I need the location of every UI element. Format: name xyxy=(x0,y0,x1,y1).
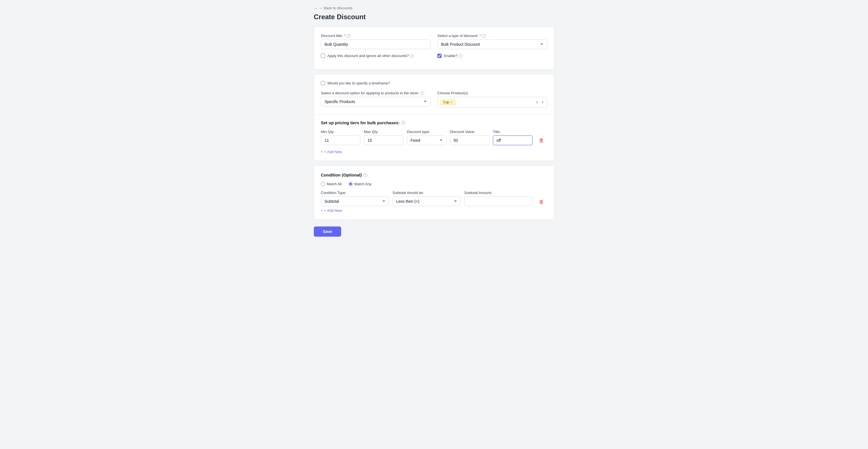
add-new-tier-label: + Add New xyxy=(324,150,342,154)
add-new-tier-icon: + xyxy=(321,150,323,154)
apply-ignore-info-icon: ? xyxy=(410,54,414,58)
clear-products-button[interactable]: ✕ xyxy=(535,100,539,104)
discount-info-card: Discount title: * ? Select a type of dis… xyxy=(314,27,554,69)
timeframe-checkbox[interactable] xyxy=(321,81,325,85)
tag-close-cap-icon[interactable]: ✕ xyxy=(451,100,453,104)
choose-products-label: Choose Product(s) xyxy=(437,91,547,95)
delete-tier-button[interactable]: 🗑 xyxy=(536,137,547,145)
save-button-label: Save xyxy=(323,229,332,234)
match-all-radio[interactable] xyxy=(321,182,325,186)
match-any-option[interactable]: Match Any xyxy=(348,182,372,186)
match-options: Match All Match Any xyxy=(321,182,547,186)
expand-products-button[interactable]: ▾ xyxy=(541,100,544,104)
discount-title-group: Discount title: * ? xyxy=(321,34,431,49)
product-select-actions: ✕ ▾ xyxy=(535,100,544,104)
enable-info-icon: ? xyxy=(459,54,463,58)
discount-type-label: Select a type of discount: * ? xyxy=(437,34,547,38)
subtotal-amount-input[interactable] xyxy=(464,197,532,206)
discount-option-select[interactable]: Specific Products All Products Specific … xyxy=(321,97,431,107)
pricing-tiers-section-title: Set up pricing tiers for bulk purchases:… xyxy=(321,120,547,125)
back-link-text: ← Back to discounts xyxy=(319,6,353,10)
product-tag-cap: Cap ✕ xyxy=(440,99,456,105)
discount-type-group: Select a type of discount: * ? Bulk Prod… xyxy=(437,34,547,49)
pricing-tiers-info-icon: ? xyxy=(401,121,405,125)
save-button[interactable]: Save xyxy=(314,227,341,237)
product-pricing-card: Would you like to specify a timeframe? S… xyxy=(314,74,554,161)
pricing-tiers-header: Min Qty: Max Qty: Discount type: Discoun… xyxy=(321,130,547,134)
apply-ignore-discount-row: Apply this discount and ignore all other… xyxy=(321,54,431,58)
condition-type-label: Condition Type: xyxy=(321,190,389,195)
discount-title-input[interactable] xyxy=(321,39,431,49)
product-select-wrapper[interactable]: Cap ✕ ✕ ▾ xyxy=(437,97,547,108)
enable-discount-row: Enable? ? xyxy=(437,54,547,58)
delete-condition-icon: 🗑 xyxy=(539,199,544,205)
subtotal-amount-group: Subtotal Amount: xyxy=(464,190,532,206)
page-title: Create Discount xyxy=(314,13,554,21)
add-new-tier-button[interactable]: + + Add New xyxy=(321,150,342,154)
discount-option-group: Select a discount option for applying to… xyxy=(321,91,431,108)
back-arrow-icon: ← xyxy=(314,6,317,10)
tier-title-input[interactable] xyxy=(493,136,532,145)
back-to-discounts-link[interactable]: ← ← Back to discounts xyxy=(314,6,353,10)
discount-value-input[interactable] xyxy=(450,136,489,145)
delete-condition-button[interactable]: 🗑 xyxy=(536,198,547,206)
match-all-option[interactable]: Match All xyxy=(321,182,342,186)
condition-row: Condition Type: Subtotal Total Item Coun… xyxy=(321,190,547,206)
choose-products-group: Choose Product(s) Cap ✕ ✕ ▾ xyxy=(437,91,547,108)
condition-type-select[interactable]: Subtotal Total Item Count xyxy=(321,197,389,206)
type-info-icon: ? xyxy=(482,34,486,38)
condition-type-group: Condition Type: Subtotal Total Item Coun… xyxy=(321,190,389,206)
condition-info-icon: ? xyxy=(364,173,367,177)
discount-option-label: Select a discount option for applying to… xyxy=(321,91,431,95)
pricing-tier-row: Fixed Percentage 🗑 xyxy=(321,136,547,145)
discount-title-label: Discount title: * ? xyxy=(321,34,431,38)
add-new-condition-label: + Add New xyxy=(324,208,342,213)
title-header: Title: xyxy=(493,130,532,134)
min-qty-header: Min Qty: xyxy=(321,130,360,134)
min-qty-input[interactable] xyxy=(321,136,360,145)
title-info-icon: ? xyxy=(346,34,350,38)
subtotal-should-be-select[interactable]: Less then (<) Greater then (>) Equal to … xyxy=(393,197,461,206)
add-new-condition-icon: + xyxy=(321,208,323,213)
subtotal-should-be-label: Subtotal should be: xyxy=(393,190,461,195)
max-qty-header: Max Qty: xyxy=(364,130,403,134)
subtotal-amount-label: Subtotal Amount: xyxy=(464,190,532,195)
section-divider xyxy=(314,114,554,115)
enable-label: Enable? ? xyxy=(444,54,463,58)
apply-ignore-checkbox[interactable] xyxy=(321,54,325,58)
enable-checkbox[interactable] xyxy=(437,54,442,58)
add-new-condition-button[interactable]: + + Add New xyxy=(321,208,342,213)
subtotal-should-be-group: Subtotal should be: Less then (<) Greate… xyxy=(393,190,461,206)
condition-card: Condition (Optional) ? Match All Match A… xyxy=(314,166,554,220)
max-qty-input[interactable] xyxy=(364,136,403,145)
timeframe-label: Would you like to specify a timeframe? xyxy=(327,81,390,85)
discount-type-select-row[interactable]: Fixed Percentage xyxy=(407,136,446,145)
delete-tier-icon: 🗑 xyxy=(539,138,544,144)
timeframe-row: Would you like to specify a timeframe? xyxy=(321,81,547,85)
discount-value-header: Discount Value: xyxy=(450,130,489,134)
discount-option-info-icon: ? xyxy=(420,91,424,95)
apply-ignore-label: Apply this discount and ignore all other… xyxy=(327,54,414,58)
condition-section-title: Condition (Optional) ? xyxy=(321,173,547,177)
discount-type-header: Discount type: xyxy=(407,130,446,134)
match-any-radio[interactable] xyxy=(348,182,353,186)
discount-type-select[interactable]: Bulk Product Discount Order Discount Pro… xyxy=(437,39,547,49)
